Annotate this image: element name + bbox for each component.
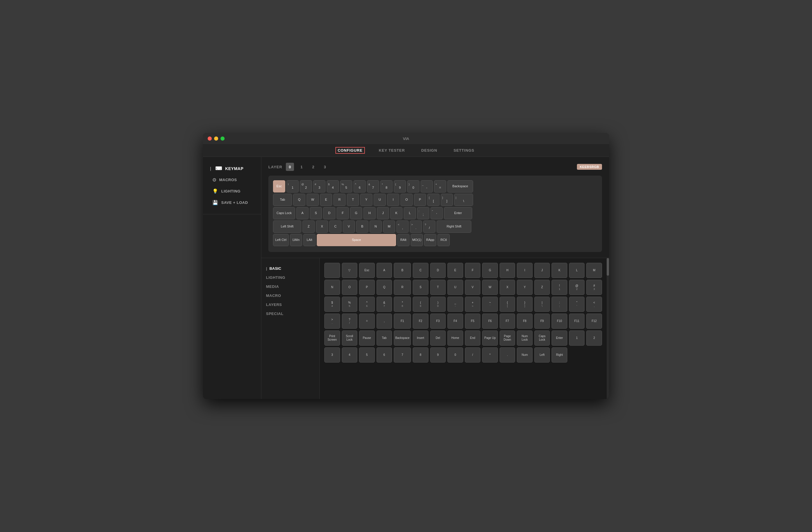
- grid-key-j[interactable]: J: [534, 263, 550, 278]
- layer-btn-3[interactable]: 3: [321, 163, 329, 171]
- grid-key-rparen[interactable]: )0: [430, 297, 446, 312]
- grid-key-lt[interactable]: <,: [586, 297, 602, 312]
- grid-key-colon[interactable]: :;: [552, 297, 567, 312]
- key-minus[interactable]: _-: [421, 180, 433, 192]
- grid-key-g[interactable]: G: [482, 263, 498, 278]
- key-comma[interactable]: <,: [396, 220, 409, 233]
- grid-key-num2[interactable]: 2: [586, 330, 602, 346]
- grid-key-f4[interactable]: F4: [447, 314, 463, 329]
- key-esc[interactable]: Esc: [273, 180, 285, 192]
- key-period[interactable]: >.: [410, 220, 422, 233]
- grid-key-num0[interactable]: 0: [447, 347, 463, 362]
- picker-special[interactable]: SPECIAL: [261, 309, 319, 318]
- key-z[interactable]: Z: [303, 220, 315, 233]
- key-rapp[interactable]: RApp: [424, 234, 436, 246]
- grid-key-z[interactable]: Z: [534, 280, 550, 295]
- grid-key-hash[interactable]: #3: [586, 280, 602, 295]
- key-backspace[interactable]: Backspace: [447, 180, 473, 192]
- key-rctl[interactable]: RCtl: [437, 234, 450, 246]
- grid-key-empty[interactable]: [324, 263, 340, 278]
- grid-key-f12[interactable]: F12: [586, 314, 602, 329]
- grid-key-d[interactable]: D: [430, 263, 446, 278]
- key-q[interactable]: Q: [293, 194, 305, 206]
- grid-key-f[interactable]: F: [465, 263, 481, 278]
- grid-key-r[interactable]: R: [394, 280, 411, 295]
- grid-key-num6[interactable]: 6: [377, 347, 392, 362]
- grid-key-q[interactable]: Q: [377, 280, 392, 295]
- grid-key-f6[interactable]: F6: [482, 314, 498, 329]
- grid-key-num4[interactable]: 4: [342, 347, 358, 362]
- grid-key-pause[interactable]: Pause: [359, 330, 375, 346]
- key-v[interactable]: V: [343, 220, 355, 233]
- key-right-shift[interactable]: Right Shift: [437, 220, 471, 233]
- key-d[interactable]: D: [323, 207, 335, 219]
- grid-key-p[interactable]: P: [359, 280, 375, 295]
- grid-key-excl[interactable]: !1: [552, 280, 567, 295]
- key-k[interactable]: K: [390, 207, 403, 219]
- grid-key-h[interactable]: H: [499, 263, 516, 278]
- key-tab[interactable]: Tab: [273, 194, 292, 206]
- grid-key-del[interactable]: Del: [430, 330, 446, 346]
- grid-key-amp[interactable]: &7: [377, 297, 392, 312]
- key-left-ctrl[interactable]: Left Ctrl: [273, 234, 289, 246]
- grid-key-rcurly[interactable]: }]: [517, 297, 533, 312]
- key-lwin[interactable]: LWin: [290, 234, 302, 246]
- grid-key-comma[interactable]: ,: [377, 314, 392, 329]
- picker-lighting[interactable]: LIGHTING: [261, 273, 319, 282]
- key-6[interactable]: ^6: [353, 180, 366, 192]
- sidebar-item-save-load[interactable]: 💾 SAVE + LOAD: [208, 197, 256, 208]
- key-u[interactable]: U: [374, 194, 386, 206]
- scrollbar-thumb[interactable]: [607, 258, 609, 276]
- key-o[interactable]: O: [401, 194, 413, 206]
- picker-media[interactable]: MEDIA: [261, 282, 319, 291]
- grid-key-pagedown[interactable]: Page Down: [499, 330, 516, 346]
- grid-key-f9[interactable]: F9: [534, 314, 550, 329]
- grid-key-f2[interactable]: F2: [413, 314, 429, 329]
- key-w[interactable]: W: [306, 194, 319, 206]
- key-h[interactable]: H: [363, 207, 376, 219]
- grid-key-enter[interactable]: Enter: [552, 330, 567, 346]
- key-r[interactable]: R: [333, 194, 346, 206]
- grid-key-trns[interactable]: ▽: [342, 263, 358, 278]
- scrollbar-track[interactable]: [607, 258, 609, 399]
- key-4[interactable]: $4: [327, 180, 339, 192]
- grid-key-pageup[interactable]: Page Up: [482, 330, 498, 346]
- key-j[interactable]: J: [377, 207, 389, 219]
- grid-key-f11[interactable]: F11: [569, 314, 585, 329]
- sidebar-item-keymap[interactable]: ⌨ KEYMAP: [208, 163, 256, 174]
- grid-key-numslash[interactable]: /: [465, 347, 481, 362]
- grid-key-num7[interactable]: 7: [394, 347, 411, 362]
- grid-key-left[interactable]: Left: [534, 347, 550, 362]
- grid-key-v[interactable]: V: [465, 280, 481, 295]
- grid-key-b[interactable]: B: [394, 263, 411, 278]
- grid-key-capslock[interactable]: Caps Lock: [534, 330, 550, 346]
- nav-design[interactable]: DESIGN: [419, 147, 439, 154]
- key-backslash[interactable]: |\: [454, 194, 473, 206]
- key-i[interactable]: I: [387, 194, 399, 206]
- key-ralt[interactable]: RAlt: [397, 234, 409, 246]
- grid-key-qmark[interactable]: ?/: [342, 314, 358, 329]
- grid-key-u[interactable]: U: [447, 280, 463, 295]
- grid-key-print-screen[interactable]: Print Screen: [324, 330, 340, 346]
- key-1[interactable]: !1: [286, 180, 299, 192]
- maximize-button[interactable]: [220, 136, 224, 141]
- grid-key-l[interactable]: L: [569, 263, 585, 278]
- key-left-shift[interactable]: Left Shift: [273, 220, 301, 233]
- grid-key-f8[interactable]: F8: [517, 314, 533, 329]
- layer-btn-2[interactable]: 2: [309, 163, 317, 171]
- sidebar-item-lighting[interactable]: 💡 LIGHTING: [208, 186, 256, 197]
- key-capslock[interactable]: Caps Lock: [273, 207, 295, 219]
- grid-key-end[interactable]: End: [465, 330, 481, 346]
- grid-key-at[interactable]: @2: [569, 280, 585, 295]
- key-3[interactable]: #3: [313, 180, 325, 192]
- close-button[interactable]: [208, 136, 212, 141]
- nav-key-tester[interactable]: KEY TESTER: [377, 147, 407, 154]
- grid-key-k[interactable]: K: [552, 263, 567, 278]
- nav-settings[interactable]: SETTINGS: [451, 147, 477, 154]
- key-x[interactable]: X: [316, 220, 328, 233]
- grid-key-x[interactable]: X: [499, 280, 516, 295]
- grid-key-numstar[interactable]: *: [482, 347, 498, 362]
- key-7[interactable]: &7: [367, 180, 379, 192]
- grid-key-insert[interactable]: Insert: [413, 330, 429, 346]
- key-s[interactable]: S: [310, 207, 322, 219]
